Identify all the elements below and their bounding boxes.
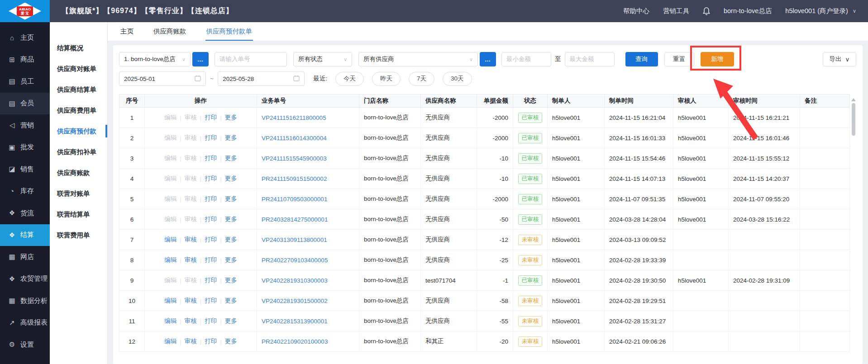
edit-action[interactable]: 编辑 (164, 317, 176, 325)
min-amount-input[interactable]: 最小金额 (501, 52, 551, 66)
user-account-menu[interactable]: h5love001 (商户登录) ∨ (785, 7, 856, 15)
order-no-link[interactable]: PR24022109020100003 (262, 338, 328, 345)
order-no-link[interactable]: PR24111509151500002 (262, 175, 327, 182)
sidebar-item-home[interactable]: ⌂主页 (0, 27, 50, 49)
scrollbar-thumb[interactable] (852, 103, 855, 136)
print-action[interactable]: 打印 (205, 256, 217, 264)
print-action[interactable]: 打印 (205, 195, 217, 203)
print-action[interactable]: 打印 (205, 154, 217, 162)
status-select[interactable]: 所有状态∨ (293, 52, 352, 66)
print-action[interactable]: 打印 (205, 215, 217, 223)
more-action[interactable]: 更多 (225, 134, 237, 142)
order-no-input[interactable]: 请输入单号 (215, 52, 287, 66)
print-action[interactable]: 打印 (205, 134, 217, 142)
tab-supplier-prepayment[interactable]: 供应商预付款单 (205, 22, 253, 41)
more-action[interactable]: 更多 (225, 297, 237, 305)
edit-action[interactable]: 编辑 (164, 256, 176, 264)
sidebar-item-staff[interactable]: ▤员工 (0, 71, 50, 93)
notification-bell-icon[interactable] (703, 7, 710, 15)
date-from-input[interactable]: 2025-05-01 (119, 71, 206, 86)
max-amount-input[interactable]: 最大金额 (565, 52, 615, 66)
sidebar-item-settings[interactable]: ⚙设置 (0, 334, 50, 356)
order-no-link[interactable]: VP24111516014300004 (262, 135, 327, 142)
audit-action[interactable]: 审核 (185, 317, 197, 325)
more-action[interactable]: 更多 (225, 317, 237, 325)
tab-supplier-payable[interactable]: 供应商账款 (153, 22, 187, 41)
print-action[interactable]: 打印 (205, 113, 217, 122)
more-action[interactable]: 更多 (225, 236, 237, 244)
audit-action[interactable]: 审核 (185, 297, 197, 305)
print-action[interactable]: 打印 (205, 317, 217, 325)
sidebar-item-online-shop[interactable]: ▦网店 (0, 246, 50, 268)
submenu-item[interactable]: 供应商结算单 (50, 79, 107, 100)
order-no-link[interactable]: PR24110709503000001 (262, 196, 327, 203)
more-action[interactable]: 更多 (225, 113, 237, 122)
quick-range-0[interactable]: 今天 (335, 72, 364, 86)
sidebar-item-member[interactable]: ▤会员 (0, 93, 50, 115)
print-action[interactable]: 打印 (205, 236, 217, 244)
add-button[interactable]: 新增 (701, 52, 734, 66)
submenu-item[interactable]: 供应商对账单 (50, 58, 107, 79)
date-to-input[interactable]: 2025-05-28 (218, 71, 305, 86)
sidebar-item-settlement[interactable]: ❖结算 (0, 224, 50, 246)
order-no-link[interactable]: PR24032814275000001 (262, 216, 328, 223)
supplier-more-button[interactable]: … (480, 52, 496, 66)
print-action[interactable]: 打印 (205, 297, 217, 305)
sidebar-item-advanced-report[interactable]: ↗高级报表 (0, 312, 50, 334)
order-no-link[interactable]: VP24111516211800005 (262, 114, 326, 121)
more-action[interactable]: 更多 (225, 337, 237, 345)
submenu-item[interactable]: 供应商预付款 (50, 121, 107, 142)
order-no-link[interactable]: VP24031309113800001 (262, 236, 327, 243)
order-no-link[interactable]: PR24022709103400005 (262, 257, 328, 264)
more-action[interactable]: 更多 (225, 215, 237, 223)
audit-action[interactable]: 审核 (185, 236, 197, 244)
quick-range-2[interactable]: 7天 (409, 72, 434, 86)
more-action[interactable]: 更多 (225, 175, 237, 183)
help-center-link[interactable]: 帮助中心 (623, 7, 649, 15)
edit-action[interactable]: 编辑 (164, 297, 176, 305)
marketing-tools-link[interactable]: 营销工具 (663, 7, 689, 15)
sidebar-item-goods[interactable]: ⊞商品 (0, 49, 50, 71)
submenu-item[interactable]: 联营对账单 (50, 183, 107, 204)
order-no-link[interactable]: VP24111515545900003 (262, 155, 327, 162)
sidebar-item-marketing[interactable]: ◁营销 (0, 114, 50, 137)
supplier-select[interactable]: 所有供应商∨ (358, 52, 478, 66)
more-action[interactable]: 更多 (225, 154, 237, 162)
print-action[interactable]: 打印 (205, 337, 217, 345)
submenu-item[interactable]: 联营结算单 (50, 204, 107, 225)
submenu-item[interactable]: 供应商扣补单 (50, 142, 107, 162)
export-button[interactable]: 导出∨ (823, 52, 856, 66)
sidebar-item-inventory[interactable]: ◔库存 (0, 180, 50, 203)
order-no-link[interactable]: VP24022815313900001 (262, 318, 328, 325)
edit-action[interactable]: 编辑 (164, 337, 176, 345)
audit-action[interactable]: 审核 (185, 256, 197, 264)
more-action[interactable]: 更多 (225, 256, 237, 264)
sidebar-item-wholesale[interactable]: ▣批发 (0, 137, 50, 159)
submenu-item[interactable]: 联营费用单 (50, 225, 107, 246)
sidebar-item-data-analysis[interactable]: ▦数据分析 (0, 290, 50, 312)
search-button[interactable]: 查询 (625, 52, 658, 66)
reset-button[interactable]: 重置 (664, 52, 694, 66)
store-select[interactable]: 1. born-to-love总店∨ (119, 52, 191, 66)
submenu-item[interactable]: 供应商费用单 (50, 100, 107, 121)
scrollbar-up-arrow-icon[interactable] (851, 98, 856, 101)
sidebar-item-agri-trade[interactable]: ❖农贸管理 (0, 268, 50, 290)
print-action[interactable]: 打印 (205, 276, 217, 284)
quick-range-3[interactable]: 30天 (443, 72, 472, 86)
submenu-item[interactable]: 结算概况 (50, 38, 107, 58)
sidebar-item-sales[interactable]: ◪销售 (0, 158, 50, 180)
sidebar-item-logistics[interactable]: ❖货流 (0, 202, 50, 224)
order-no-link[interactable]: VP24022819310300003 (262, 277, 328, 284)
audit-action[interactable]: 审核 (185, 337, 197, 345)
print-action[interactable]: 打印 (205, 175, 217, 183)
store-more-button[interactable]: … (192, 52, 209, 66)
order-no-link[interactable]: VP24022819301500002 (262, 298, 328, 304)
quick-range-1[interactable]: 昨天 (372, 72, 401, 86)
more-action[interactable]: 更多 (225, 195, 237, 203)
more-action[interactable]: 更多 (225, 276, 237, 284)
table-scrollbar[interactable] (851, 94, 856, 347)
current-store-name[interactable]: born-to-love总店 (724, 7, 772, 15)
tab-home[interactable]: 主页 (119, 22, 134, 41)
submenu-item[interactable]: 供应商账款 (50, 162, 107, 183)
edit-action[interactable]: 编辑 (164, 236, 176, 244)
